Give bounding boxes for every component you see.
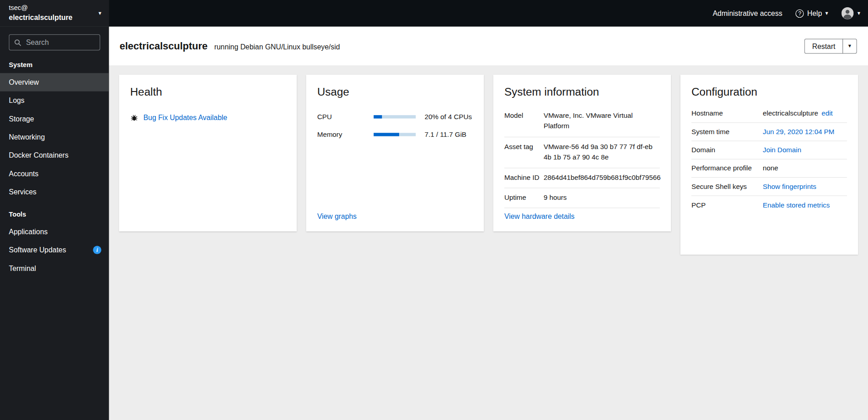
- config-label: Secure Shell keys: [691, 183, 763, 190]
- config-row-domain: DomainJoin Domain: [691, 141, 847, 159]
- config-row-system-time: System timeJun 29, 2020 12:04 PM: [691, 123, 847, 141]
- host-switcher-label: tsec@ electricalsculpture: [9, 3, 72, 23]
- config-link-enable-stored-metrics[interactable]: Enable stored metrics: [763, 201, 830, 209]
- cockpit-app: tsec@ electricalsculpture ▾ Administrati…: [0, 0, 868, 420]
- config-label: Hostname: [691, 110, 763, 117]
- usage-rows: CPU20% of 4 CPUsMemory7.1 / 11.7 GiB: [317, 108, 473, 143]
- restart-dropdown-toggle[interactable]: ▾: [843, 39, 857, 53]
- sysinfo-row-uptime: Uptime9 hours: [504, 188, 660, 208]
- config-link-jun-29-2020-12-04-pm[interactable]: Jun 29, 2020 12:04 PM: [763, 128, 834, 135]
- config-rows: HostnameelectricalsculptureeditSystem ti…: [691, 105, 847, 214]
- sidebar-item-applications[interactable]: Applications: [0, 222, 109, 241]
- search-icon: [14, 39, 22, 47]
- nav-item-label: Networking: [9, 133, 45, 141]
- progress-fill: [374, 115, 382, 118]
- sidebar-item-software-updates[interactable]: Software Updatesi: [0, 241, 109, 259]
- search-box: [9, 34, 101, 50]
- sysinfo-rows: ModelVMware, Inc. VMware Virtual Platfor…: [504, 106, 660, 208]
- config-value: Jun 29, 2020 12:04 PM: [763, 128, 834, 135]
- page-title: electricalsculpture: [120, 40, 207, 52]
- config-value-text: electricalsculpture: [763, 110, 818, 117]
- administrative-access-button[interactable]: Administrative access: [713, 9, 782, 17]
- sidebar-item-overview[interactable]: Overview: [0, 73, 109, 91]
- host-switcher[interactable]: tsec@ electricalsculpture ▾: [0, 0, 109, 27]
- nav-item-label: Storage: [9, 115, 34, 123]
- usage-label: CPU: [317, 113, 374, 121]
- updates-link[interactable]: Bug Fix Updates Available: [143, 113, 227, 121]
- usage-value: 20% of 4 CPUs: [424, 113, 472, 121]
- nav-item-label: Services: [9, 188, 37, 196]
- sidebar-item-docker-containers[interactable]: Docker Containers: [0, 146, 109, 164]
- page-header: electricalsculpture running Debian GNU/L…: [109, 27, 868, 66]
- config-link-edit[interactable]: edit: [821, 110, 833, 117]
- restart-split-button: Restart ▾: [805, 39, 857, 53]
- sidebar-item-accounts[interactable]: Accounts: [0, 164, 109, 183]
- help-label: Help: [807, 9, 822, 17]
- card-title: Health: [130, 85, 285, 99]
- nav-item-label: Logs: [9, 97, 24, 105]
- nav-item-label: Applications: [9, 227, 48, 236]
- nav-item-label: Terminal: [9, 264, 36, 272]
- bug-icon: [130, 113, 138, 121]
- sysinfo-label: Asset tag: [504, 142, 544, 163]
- card-title: Usage: [317, 85, 473, 99]
- sidebar-item-terminal[interactable]: Terminal: [0, 259, 109, 277]
- config-link-show-fingerprints[interactable]: Show fingerprints: [763, 183, 816, 190]
- card-title: Configuration: [691, 85, 847, 99]
- sysinfo-row-asset-tag: Asset tagVMware-56 4d 9a 30 b7 77 7f df-…: [504, 137, 660, 168]
- nav-section-title: Tools: [0, 201, 109, 223]
- nav-item-label: Docker Containers: [9, 151, 69, 159]
- progress-fill: [374, 133, 400, 136]
- user-name: tsec@: [9, 3, 72, 13]
- config-row-performance-profile: Performance profilenone: [691, 159, 847, 178]
- card-title: System information: [504, 85, 660, 99]
- sidebar-item-services[interactable]: Services: [0, 183, 109, 201]
- chevron-down-icon: ▾: [825, 10, 828, 16]
- config-value-text: none: [763, 164, 778, 172]
- usage-label: Memory: [317, 130, 374, 138]
- usage-card: Usage CPU20% of 4 CPUsMemory7.1 / 11.7 G…: [306, 75, 484, 232]
- sidebar-item-storage[interactable]: Storage: [0, 110, 109, 128]
- info-badge-icon: i: [93, 246, 101, 254]
- usage-row-cpu: CPU20% of 4 CPUs: [317, 108, 473, 126]
- nav-section-title: System: [0, 52, 109, 73]
- config-label: System time: [691, 128, 763, 135]
- main: electricalsculpture running Debian GNU/L…: [109, 27, 868, 420]
- usage-row-memory: Memory7.1 / 11.7 GiB: [317, 126, 473, 143]
- config-label: Performance profile: [691, 164, 763, 172]
- config-value: Join Domain: [763, 146, 801, 154]
- sysinfo-value: 2864d41bef864d759b681f9c0bf79566: [544, 173, 661, 183]
- progress-bar: [374, 133, 416, 136]
- masthead-actions: Administrative access ? Help ▾ ▾: [713, 0, 868, 27]
- sysinfo-value: 9 hours: [544, 193, 660, 203]
- restart-button[interactable]: Restart: [805, 39, 843, 53]
- content-grid: Health: [109, 65, 868, 264]
- sidebar-nav: SystemOverviewLogsStorageNetworkingDocke…: [0, 52, 109, 278]
- os-release-text: running Debian GNU/Linux bullseye/sid: [214, 41, 340, 51]
- view-graphs-link[interactable]: View graphs: [317, 212, 473, 220]
- nav-item-label: Accounts: [9, 169, 39, 178]
- view-hardware-details-link[interactable]: View hardware details: [504, 212, 660, 220]
- chevron-down-icon: ▾: [858, 10, 860, 16]
- health-updates-row: Bug Fix Updates Available: [130, 113, 285, 121]
- chevron-down-icon: ▾: [98, 10, 101, 16]
- sidebar: SystemOverviewLogsStorageNetworkingDocke…: [0, 27, 109, 420]
- question-circle-icon: ?: [796, 9, 804, 17]
- nav-item-label: Software Updates: [9, 246, 66, 254]
- sidebar-item-networking[interactable]: Networking: [0, 128, 109, 146]
- config-value: none: [763, 164, 778, 172]
- config-link-join-domain[interactable]: Join Domain: [763, 146, 801, 154]
- session-menu-button[interactable]: ▾: [841, 7, 860, 19]
- nav-item-label: Overview: [9, 78, 39, 86]
- sysinfo-label: Model: [504, 111, 544, 132]
- chevron-down-icon: ▾: [849, 43, 851, 48]
- usage-value: 7.1 / 11.7 GiB: [424, 130, 466, 138]
- host-name: electricalsculpture: [9, 13, 72, 23]
- config-value: electricalsculptureedit: [763, 110, 833, 117]
- search-input[interactable]: [9, 34, 101, 50]
- config-row-secure-shell-keys: Secure Shell keysShow fingerprints: [691, 178, 847, 196]
- help-menu-button[interactable]: ? Help ▾: [796, 9, 828, 17]
- avatar: [841, 7, 854, 19]
- sidebar-item-logs[interactable]: Logs: [0, 92, 109, 110]
- health-card: Health: [119, 75, 297, 232]
